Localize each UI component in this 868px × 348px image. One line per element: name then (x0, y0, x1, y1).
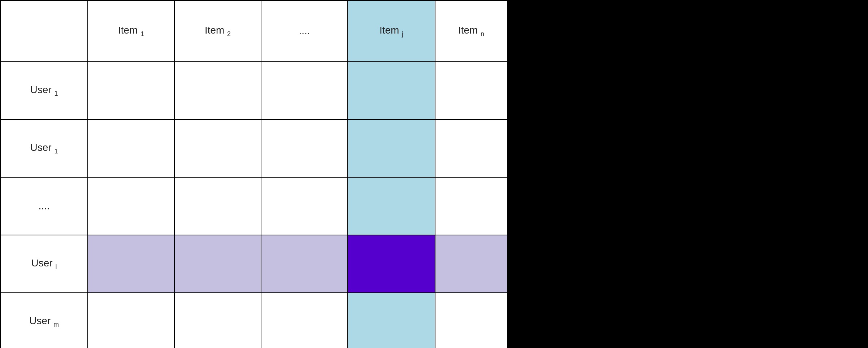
itemn-sub: n (481, 30, 484, 37)
userm-itemj (348, 293, 435, 348)
user1b-label: User 1 (0, 119, 88, 177)
header-dots: .... (261, 0, 348, 62)
dots-row-label: .... (0, 177, 88, 235)
dots-itemn (435, 177, 507, 235)
header-row: Item 1 Item 2 .... Item j Item n (0, 0, 507, 62)
row-dots: .... (0, 177, 507, 235)
row-user1b: User 1 (0, 119, 507, 177)
user1b-dots (261, 119, 348, 177)
user1b-itemj (348, 119, 435, 177)
header-itemn: Item n (435, 0, 507, 62)
item1-sub: 1 (140, 30, 144, 37)
useri-itemn (435, 235, 507, 293)
user1-dots (261, 62, 348, 119)
useri-item1 (88, 235, 174, 293)
userm-dots (261, 293, 348, 348)
user1b-itemn (435, 119, 507, 177)
item2-label: Item 2 (205, 25, 231, 36)
useri-sub: i (55, 263, 57, 270)
header-empty-cell (0, 0, 88, 62)
matrix-table-wrapper: Item 1 Item 2 .... Item j Item n User 1 (0, 0, 508, 348)
useri-dots (261, 235, 348, 293)
dots-item2 (174, 177, 261, 235)
item1-label: Item 1 (118, 25, 144, 36)
user1b-item1 (88, 119, 174, 177)
userm-label: User m (0, 293, 88, 348)
useri-item2 (174, 235, 261, 293)
row-userm: User m (0, 293, 507, 348)
user1-itemn (435, 62, 507, 119)
userm-item2 (174, 293, 261, 348)
user1b-item2 (174, 119, 261, 177)
dots-label: .... (299, 25, 310, 36)
dots-item1 (88, 177, 174, 235)
row-user1: User 1 (0, 62, 507, 119)
useri-itemj (348, 235, 435, 293)
user-item-matrix: Item 1 Item 2 .... Item j Item n User 1 (0, 0, 508, 348)
dots-itemj (348, 177, 435, 235)
itemn-label: Item n (458, 25, 484, 36)
user1-itemj (348, 62, 435, 119)
user1-item1 (88, 62, 174, 119)
user1b-sub: 1 (54, 147, 58, 155)
userm-itemn (435, 293, 507, 348)
header-item2: Item 2 (174, 0, 261, 62)
itemj-label: Item j (379, 25, 403, 36)
row-useri: User i (0, 235, 507, 293)
dots-dots (261, 177, 348, 235)
user1-item2 (174, 62, 261, 119)
userm-item1 (88, 293, 174, 348)
user1-sub: 1 (54, 90, 58, 97)
item2-sub: 2 (227, 30, 231, 37)
itemj-sub: j (402, 30, 403, 37)
header-itemj: Item j (348, 0, 435, 62)
userm-sub: m (53, 321, 59, 328)
header-item1: Item 1 (88, 0, 174, 62)
useri-label: User i (0, 235, 88, 293)
user1-label: User 1 (0, 62, 88, 119)
